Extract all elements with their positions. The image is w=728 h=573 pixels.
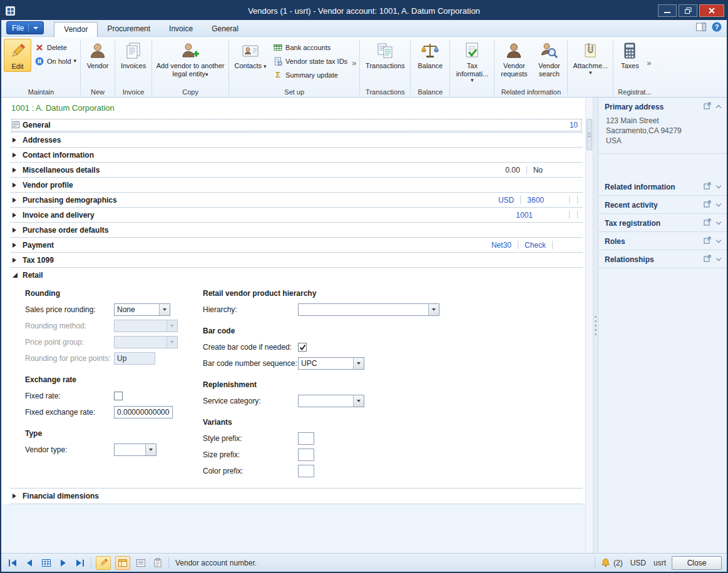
popout-icon[interactable]: [704, 182, 711, 191]
size-prefix-input[interactable]: [298, 449, 314, 461]
fasttab-purchasing-demographics[interactable]: Purchasing demographics USD 3600: [10, 193, 583, 208]
fasttab-summary-value[interactable]: 1001: [516, 211, 533, 220]
tab-invoice[interactable]: Invoice: [160, 22, 202, 36]
vendor-type-combobox[interactable]: [114, 444, 156, 456]
popout-icon[interactable]: [704, 200, 711, 210]
close-window-button[interactable]: [699, 4, 724, 17]
fasttab-summary-value[interactable]: 3600: [527, 196, 544, 205]
factbox-header[interactable]: Recent activity: [605, 200, 722, 210]
chevron-down-icon[interactable]: [716, 201, 721, 206]
combo-arrow-icon[interactable]: [353, 395, 364, 407]
style-prefix-input[interactable]: [298, 432, 314, 445]
fasttab-retail[interactable]: Retail: [10, 268, 583, 283]
on-hold-button[interactable]: On hold ▾: [33, 54, 78, 68]
fasttab-summary-value[interactable]: Check: [525, 241, 546, 250]
details-view-button[interactable]: [115, 556, 130, 570]
invoices-button[interactable]: Invoices: [117, 39, 150, 71]
fasttab-addresses[interactable]: Addresses: [10, 133, 583, 148]
fasttab-invoice-and-delivery[interactable]: Invoice and delivery 1001: [10, 208, 583, 223]
file-menu-button[interactable]: File: [6, 21, 44, 34]
factbox-header[interactable]: Tax registration: [605, 218, 722, 228]
overflow-chevron-icon[interactable]: »: [645, 58, 652, 68]
add-vendor-button[interactable]: Add vendor to another legal entity▾: [154, 39, 227, 78]
help-icon[interactable]: ?: [712, 22, 722, 34]
edit-mode-toggle[interactable]: [96, 556, 111, 570]
fasttab-payment[interactable]: Payment Net30 Check: [10, 238, 583, 253]
user-indicator[interactable]: usrt: [654, 559, 666, 567]
fasttab-tax-1099[interactable]: Tax 1099: [10, 253, 583, 268]
transactions-button[interactable]: Transactions: [362, 39, 408, 71]
combo-arrow-icon[interactable]: [353, 358, 364, 369]
first-record-button[interactable]: [6, 556, 19, 570]
combo-arrow-icon[interactable]: [159, 304, 170, 315]
create-bar-code-checkbox[interactable]: [298, 343, 307, 352]
delete-button[interactable]: Delete: [33, 41, 78, 54]
scrollbar-thumb[interactable]: [587, 119, 592, 150]
vendor-button[interactable]: Vendor: [83, 39, 113, 71]
fasttab-contact-information[interactable]: Contact information: [10, 148, 583, 163]
clipboard-icon[interactable]: [151, 556, 164, 570]
currency-indicator[interactable]: USD: [630, 559, 646, 567]
hierarchy-combobox[interactable]: [298, 303, 439, 316]
vendor-requests-button[interactable]: Vendor requests: [496, 39, 531, 78]
field-label: Fixed exchange rate:: [25, 408, 114, 417]
sales-price-rounding-combobox[interactable]: None: [114, 303, 170, 316]
bank-accounts-button[interactable]: Bank accounts: [271, 41, 349, 54]
fasttab-summary-value[interactable]: USD: [498, 196, 514, 205]
fixed-rate-checkbox[interactable]: [114, 392, 123, 400]
fasttab-summary-value[interactable]: 10: [570, 121, 578, 129]
fasttab-summary-value[interactable]: Net30: [491, 241, 511, 250]
factbox-splitter[interactable]: [593, 98, 598, 553]
chevron-up-icon[interactable]: [716, 105, 721, 110]
layout-panels-icon[interactable]: [696, 23, 707, 33]
summary-update-button[interactable]: Σ Summary update: [271, 68, 349, 81]
list-view-button[interactable]: [135, 556, 147, 570]
factbox-header[interactable]: Related information: [605, 182, 722, 191]
tax-information-button[interactable]: Tax informati... ▾: [452, 39, 492, 84]
contacts-button[interactable]: Contacts ▾: [231, 39, 270, 71]
taxes-button[interactable]: Taxes: [615, 39, 644, 71]
tab-procurement[interactable]: Procurement: [98, 22, 160, 36]
fasttab-miscellaneous-details[interactable]: Miscellaneous details 0.00 No: [10, 163, 583, 178]
notifications-bell-icon[interactable]: [601, 556, 611, 570]
chevron-down-icon[interactable]: [716, 183, 721, 188]
chevron-down-icon[interactable]: [716, 220, 721, 225]
fasttab-purchase-order-defaults[interactable]: Purchase order defaults: [10, 223, 583, 238]
minimize-button[interactable]: [658, 4, 677, 17]
maximize-button[interactable]: [679, 4, 697, 17]
fasttab-general[interactable]: General 10: [10, 118, 583, 133]
grid-view-button[interactable]: [40, 556, 53, 570]
close-form-button[interactable]: Close: [672, 556, 722, 570]
edit-button[interactable]: Edit: [4, 39, 31, 72]
combo-arrow-icon[interactable]: [145, 444, 156, 455]
overflow-chevron-icon[interactable]: »: [351, 58, 357, 68]
chevron-down-icon[interactable]: [716, 256, 721, 261]
fixed-exchange-rate-input[interactable]: [114, 406, 173, 418]
attachments-button[interactable]: Attachme... ▾: [570, 39, 611, 76]
vendor-search-button[interactable]: Vendor search: [533, 39, 565, 78]
popout-icon[interactable]: [704, 255, 711, 264]
tab-general[interactable]: General: [202, 22, 248, 36]
popout-icon[interactable]: [704, 236, 711, 246]
factbox-header[interactable]: Primary address: [605, 102, 722, 111]
factbox-header[interactable]: Roles: [605, 236, 722, 246]
next-record-button[interactable]: [57, 556, 69, 570]
combo-arrow-icon[interactable]: [428, 304, 439, 315]
fasttab-financial-dimensions[interactable]: Financial dimensions: [10, 488, 583, 504]
fasttab-vendor-profile[interactable]: Vendor profile: [10, 178, 583, 193]
color-prefix-input[interactable]: [298, 465, 314, 477]
last-record-button[interactable]: [74, 556, 86, 570]
popout-icon[interactable]: [704, 218, 711, 228]
chevron-down-icon[interactable]: [716, 238, 721, 243]
bar-code-number-sequence-combobox[interactable]: UPC: [298, 357, 364, 370]
popout-icon[interactable]: [704, 102, 711, 111]
vendor-state-tax-ids-button[interactable]: Vendor state tax IDs: [271, 54, 349, 68]
combo-arrow-icon: [167, 337, 177, 348]
balance-button[interactable]: Balance: [413, 39, 448, 71]
factbox-header[interactable]: Relationships: [605, 255, 722, 264]
previous-record-button[interactable]: [23, 556, 36, 570]
notification-count[interactable]: (2): [613, 559, 623, 567]
tab-vendor[interactable]: Vendor: [54, 22, 98, 37]
service-category-combobox[interactable]: [298, 395, 364, 407]
vertical-scrollbar[interactable]: [585, 98, 593, 553]
